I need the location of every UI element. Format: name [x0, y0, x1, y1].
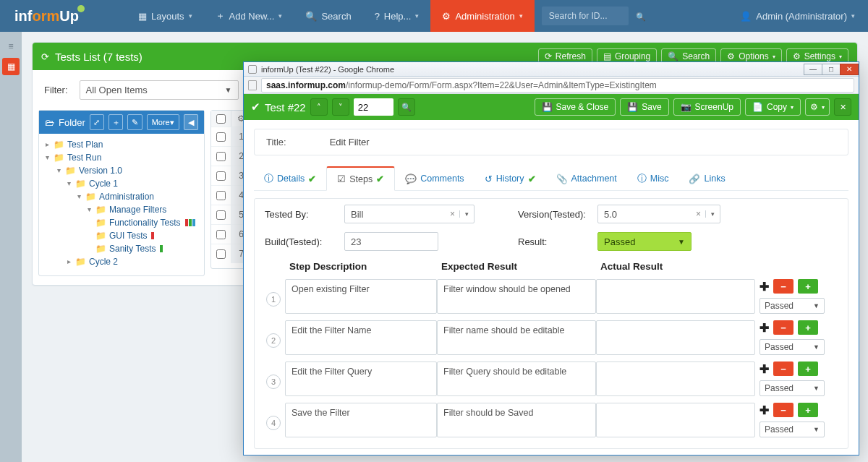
folder-collapse-btn[interactable]: ◀	[184, 114, 198, 130]
folder-expand-btn[interactable]: ⤢	[90, 114, 104, 130]
tree-item[interactable]: Cycle 1	[89, 177, 118, 190]
version-field[interactable]: 5.0×▾	[597, 205, 720, 223]
goto-btn[interactable]: 🔍	[398, 98, 415, 116]
tab-links[interactable]: 🔗Links	[678, 166, 735, 191]
window-close-btn[interactable]: ✕	[840, 64, 859, 75]
tree-item[interactable]: Sanity Tests	[109, 242, 156, 255]
nav-administration[interactable]: Administration▾	[430, 0, 534, 32]
save-close-button[interactable]: 💾Save & Close	[535, 98, 616, 116]
folder-add-btn[interactable]: ＋	[109, 114, 123, 130]
folder-edit-btn[interactable]: ✎	[127, 114, 142, 130]
window-minimize-btn[interactable]: —	[804, 64, 822, 75]
step-description-input[interactable]: Save the Filter	[285, 403, 437, 437]
close-form-btn[interactable]: ✕	[834, 98, 851, 116]
screenup-button[interactable]: 📷ScreenUp	[673, 98, 741, 116]
tab-history[interactable]: ↺History✔	[475, 166, 546, 191]
folder-more-btn[interactable]: More ▾	[147, 114, 179, 130]
add-step-btn[interactable]: +	[798, 320, 818, 335]
nav-user[interactable]: 👤Admin (Administrator)▾	[727, 0, 868, 32]
tree-item[interactable]: GUI Tests	[109, 229, 147, 242]
row-checkbox[interactable]	[216, 210, 226, 220]
chevron-down-icon[interactable]: ▾	[459, 210, 474, 218]
step-expected-input[interactable]: Filter Query should be editable	[437, 362, 596, 396]
step-expected-input[interactable]: Filter window should be opened	[437, 279, 596, 314]
step-description-input[interactable]: Open existing Filter	[285, 279, 437, 314]
tree-item[interactable]: Test Plan	[67, 138, 103, 151]
step-actual-input[interactable]	[596, 403, 755, 437]
remove-step-btn[interactable]: −	[773, 403, 793, 417]
remove-step-btn[interactable]: −	[773, 279, 793, 294]
field-value[interactable]: Edit Filter	[330, 137, 370, 147]
insert-icon[interactable]: ✚	[760, 362, 769, 376]
prev-item-btn[interactable]: ˄	[310, 98, 328, 116]
add-step-btn[interactable]: +	[798, 362, 818, 376]
remove-step-btn[interactable]: −	[773, 362, 793, 376]
tree-item[interactable]: Test Run	[67, 151, 101, 164]
tab-steps[interactable]: ☑Steps✔	[326, 166, 395, 191]
clear-icon[interactable]: ×	[446, 209, 459, 219]
step-description-input[interactable]: Edit the Filter Query	[285, 362, 437, 396]
step-result-select[interactable]: Passed▼	[760, 298, 825, 314]
search-input[interactable]	[542, 7, 629, 25]
step-result-select[interactable]: Passed▼	[760, 422, 825, 437]
tree-expand-icon[interactable]: ▸	[65, 255, 72, 268]
save-button[interactable]: 💾Save	[620, 98, 668, 116]
tree-item[interactable]: Administration	[99, 190, 154, 203]
step-expected-input[interactable]: Filter should be Saved	[437, 403, 596, 437]
window-maximize-btn[interactable]: □	[822, 64, 841, 75]
tab-details[interactable]: ⓘDetails✔	[254, 166, 326, 191]
step-description-input[interactable]: Edit the Filter Name	[285, 320, 437, 355]
rail-apps-button[interactable]: ▦	[2, 58, 20, 75]
row-checkbox[interactable]	[216, 171, 226, 181]
nav-add-new[interactable]: ＋Add New...▾	[204, 0, 294, 32]
url-field[interactable]: saas.informup.com/informup-demo/Form/For…	[261, 78, 854, 93]
step-result-select[interactable]: Passed▼	[760, 380, 825, 396]
chevron-down-icon[interactable]: ▾	[705, 210, 720, 218]
tab-misc[interactable]: ⓘMisc	[627, 166, 679, 191]
insert-icon[interactable]: ✚	[760, 280, 769, 294]
insert-icon[interactable]: ✚	[760, 403, 769, 417]
grid-check-all[interactable]	[216, 114, 226, 124]
tree-item[interactable]: Functionality Tests	[109, 216, 181, 229]
tree-collapse-icon[interactable]: ▾	[85, 203, 93, 216]
search-icon[interactable]	[636, 11, 646, 22]
result-select[interactable]: Passed▼	[597, 232, 692, 251]
step-actual-input[interactable]	[596, 362, 755, 396]
insert-icon[interactable]: ✚	[760, 321, 769, 335]
tree-collapse-icon[interactable]: ▾	[65, 177, 72, 190]
tree-item[interactable]: Manage Filters	[109, 203, 166, 216]
row-checkbox[interactable]	[216, 132, 226, 142]
rail-menu-button[interactable]: ≡	[2, 38, 20, 55]
filter-select[interactable]: All Open Items ▼	[80, 80, 239, 100]
clear-icon[interactable]: ×	[692, 209, 705, 219]
tested-by-field[interactable]: Bill×▾	[344, 205, 475, 223]
row-checkbox[interactable]	[216, 191, 226, 200]
add-step-btn[interactable]: +	[798, 279, 818, 294]
tab-attachment[interactable]: 📎Attachment	[546, 166, 627, 191]
tree-item[interactable]: Version 1.0	[79, 164, 122, 177]
copy-button[interactable]: 📄Copy▾	[745, 98, 801, 116]
step-actual-input[interactable]	[596, 279, 755, 314]
nav-layouts[interactable]: ▦Layouts▾	[127, 0, 204, 32]
tree-item[interactable]: Cycle 2	[89, 255, 118, 268]
tab-comments[interactable]: 💬Comments	[395, 166, 474, 191]
item-id-input[interactable]	[354, 98, 393, 116]
tree-expand-icon[interactable]: ▸	[43, 138, 51, 151]
build-input[interactable]	[344, 232, 438, 251]
step-expected-input[interactable]: Filter name should be editable	[437, 320, 596, 355]
settings-button[interactable]: ▾	[805, 98, 830, 116]
tree-collapse-icon[interactable]: ▾	[75, 190, 82, 203]
nav-help[interactable]: ?Help...▾	[363, 0, 431, 32]
tree-collapse-icon[interactable]: ▾	[43, 151, 51, 164]
logo[interactable]: informUp	[0, 0, 127, 32]
add-step-btn[interactable]: +	[798, 403, 818, 417]
tree-collapse-icon[interactable]: ▾	[55, 164, 62, 177]
row-checkbox[interactable]	[216, 230, 226, 239]
remove-step-btn[interactable]: −	[773, 320, 793, 335]
row-checkbox[interactable]	[216, 152, 226, 161]
row-checkbox[interactable]	[216, 249, 226, 259]
step-actual-input[interactable]	[596, 320, 755, 355]
step-result-select[interactable]: Passed▼	[760, 339, 825, 355]
window-titlebar[interactable]: informUp (Test #22) - Google Chrome — □ …	[244, 62, 859, 77]
next-item-btn[interactable]: ˅	[332, 98, 349, 116]
